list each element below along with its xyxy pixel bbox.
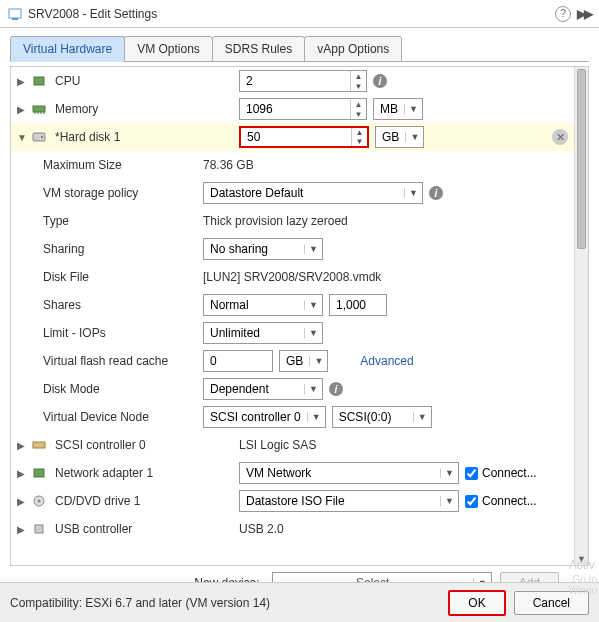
down-arrow-icon[interactable]: ▼ xyxy=(351,109,366,119)
svg-rect-1 xyxy=(12,18,18,20)
network-dropdown[interactable]: VM Network▼ xyxy=(239,462,459,484)
down-arrow-icon[interactable]: ▼ xyxy=(352,137,367,146)
scroll-down-icon[interactable]: ▼ xyxy=(575,553,588,565)
shares-dropdown[interactable]: Normal▼ xyxy=(203,294,323,316)
cpu-icon xyxy=(31,74,47,88)
svg-rect-10 xyxy=(33,442,45,448)
cpu-spinner[interactable]: ▲▼ xyxy=(239,70,367,92)
svg-point-13 xyxy=(38,500,41,503)
scsi-label: SCSI controller 0 xyxy=(53,438,239,452)
expand-toggle[interactable]: ▶ xyxy=(17,104,31,115)
chevron-down-icon[interactable]: ▼ xyxy=(405,132,423,142)
chevron-down-icon[interactable]: ▼ xyxy=(440,496,458,506)
chevron-down-icon[interactable]: ▼ xyxy=(404,104,422,114)
expand-toggle[interactable]: ▼ xyxy=(17,132,31,143)
memory-unit: MB xyxy=(374,102,404,116)
flash-label: Virtual flash read cache xyxy=(17,354,203,368)
chevron-down-icon[interactable]: ▼ xyxy=(304,384,322,394)
sharing-dropdown[interactable]: No sharing▼ xyxy=(203,238,323,260)
usb-icon xyxy=(31,522,47,536)
chevron-down-icon[interactable]: ▼ xyxy=(304,300,322,310)
vmpolicy-value: Datastore Default xyxy=(204,186,404,200)
chevron-down-icon[interactable]: ▼ xyxy=(304,328,322,338)
vdn-position-dropdown[interactable]: SCSI(0:0)▼ xyxy=(332,406,432,428)
vmpolicy-dropdown[interactable]: Datastore Default▼ xyxy=(203,182,423,204)
connect-label: Connect... xyxy=(482,494,537,508)
flash-unit-dropdown[interactable]: GB▼ xyxy=(279,350,328,372)
chevron-down-icon[interactable]: ▼ xyxy=(304,244,322,254)
expand-toggle[interactable]: ▶ xyxy=(17,76,31,87)
memory-label: Memory xyxy=(53,102,239,116)
shares-count-input[interactable] xyxy=(329,294,387,316)
sharing-label: Sharing xyxy=(17,242,203,256)
harddisk-label: *Hard disk 1 xyxy=(53,130,239,144)
network-connect-checkbox[interactable]: Connect... xyxy=(465,466,537,480)
limit-label: Limit - IOPs xyxy=(17,326,203,340)
cdrom-label: CD/DVD drive 1 xyxy=(53,494,239,508)
expand-icon[interactable]: ▶▶ xyxy=(577,7,591,21)
harddisk-size-value[interactable] xyxy=(241,128,351,146)
up-arrow-icon[interactable]: ▲ xyxy=(351,99,366,109)
svg-rect-0 xyxy=(9,9,21,18)
expand-toggle[interactable]: ▶ xyxy=(17,440,31,451)
info-icon[interactable]: i xyxy=(373,74,387,88)
diskmode-label: Disk Mode xyxy=(17,382,203,396)
memory-value[interactable] xyxy=(240,99,350,119)
network-value: VM Network xyxy=(240,466,440,480)
chevron-down-icon[interactable]: ▼ xyxy=(413,412,431,422)
info-icon[interactable]: i xyxy=(429,186,443,200)
maxsize-label: Maximum Size xyxy=(17,158,203,172)
tab-sdrs-rules[interactable]: SDRS Rules xyxy=(212,36,305,62)
diskfile-label: Disk File xyxy=(17,270,203,284)
down-arrow-icon[interactable]: ▼ xyxy=(351,81,366,91)
memory-unit-dropdown[interactable]: MB▼ xyxy=(373,98,423,120)
remove-device-icon[interactable]: ✕ xyxy=(552,129,568,145)
scroll-thumb[interactable] xyxy=(577,69,586,249)
chevron-down-icon[interactable]: ▼ xyxy=(404,188,422,198)
svg-rect-11 xyxy=(34,469,44,477)
tab-virtual-hardware[interactable]: Virtual Hardware xyxy=(10,36,125,62)
cdrom-icon xyxy=(31,494,47,508)
harddisk-icon xyxy=(31,130,47,144)
tab-vm-options[interactable]: VM Options xyxy=(124,36,213,62)
vm-settings-icon xyxy=(8,7,22,21)
type-label: Type xyxy=(17,214,203,228)
memory-spinner[interactable]: ▲▼ xyxy=(239,98,367,120)
expand-toggle[interactable]: ▶ xyxy=(17,468,31,479)
diskmode-dropdown[interactable]: Dependent▼ xyxy=(203,378,323,400)
advanced-link[interactable]: Advanced xyxy=(360,354,413,368)
vertical-scrollbar[interactable]: ▲ ▼ xyxy=(574,67,588,565)
cancel-button[interactable]: Cancel xyxy=(514,591,589,615)
chevron-down-icon[interactable]: ▼ xyxy=(307,412,325,422)
vdn-controller-dropdown[interactable]: SCSI controller 0▼ xyxy=(203,406,326,428)
harddisk-size-spinner[interactable]: ▲▼ xyxy=(239,126,369,148)
sharing-value: No sharing xyxy=(204,242,304,256)
dialog-title: SRV2008 - Edit Settings xyxy=(28,7,157,21)
vdn-label: Virtual Device Node xyxy=(17,410,203,424)
help-icon[interactable]: ? xyxy=(555,6,571,22)
diskmode-value: Dependent xyxy=(204,382,304,396)
chevron-down-icon[interactable]: ▼ xyxy=(309,356,327,366)
type-value: Thick provision lazy zeroed xyxy=(203,214,348,228)
shares-value: Normal xyxy=(204,298,304,312)
shares-label: Shares xyxy=(17,298,203,312)
vdn-position: SCSI(0:0) xyxy=(333,410,413,424)
flash-value-input[interactable] xyxy=(203,350,273,372)
cdrom-dropdown[interactable]: Datastore ISO File▼ xyxy=(239,490,459,512)
limit-dropdown[interactable]: Unlimited▼ xyxy=(203,322,323,344)
cpu-value[interactable] xyxy=(240,71,350,91)
harddisk-unit-dropdown[interactable]: GB▼ xyxy=(375,126,424,148)
expand-toggle[interactable]: ▶ xyxy=(17,496,31,507)
up-arrow-icon[interactable]: ▲ xyxy=(351,71,366,81)
svg-rect-3 xyxy=(33,106,45,112)
network-icon xyxy=(31,466,47,480)
chevron-down-icon[interactable]: ▼ xyxy=(440,468,458,478)
tab-vapp-options[interactable]: vApp Options xyxy=(304,36,402,62)
ok-button[interactable]: OK xyxy=(448,590,505,616)
info-icon[interactable]: i xyxy=(329,382,343,396)
expand-toggle[interactable]: ▶ xyxy=(17,524,31,535)
cdrom-connect-checkbox[interactable]: Connect... xyxy=(465,494,537,508)
up-arrow-icon[interactable]: ▲ xyxy=(352,128,367,137)
vdn-controller: SCSI controller 0 xyxy=(204,410,307,424)
usb-value: USB 2.0 xyxy=(239,522,284,536)
